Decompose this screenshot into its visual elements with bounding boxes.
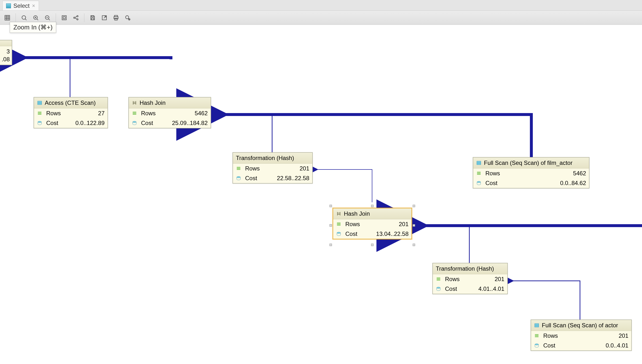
svg-rect-15 [63, 16, 66, 19]
table-icon [534, 323, 540, 328]
node-transformation-1[interactable]: Transformation (Hash) Rows 201 Cost 22.5… [232, 152, 313, 184]
node-transformation-2[interactable]: Transformation (Hash) Rows 201 Cost 4.01… [432, 263, 508, 294]
svg-rect-57 [437, 279, 440, 280]
svg-rect-0 [5, 15, 10, 20]
hash-join-icon [336, 211, 342, 216]
toolbar-grid-button[interactable] [2, 13, 12, 22]
svg-rect-42 [237, 168, 240, 169]
svg-rect-39 [133, 114, 136, 115]
cost-value: 13.04..22.58 [361, 230, 408, 237]
node-title: Full Scan (Seq Scan) of actor [542, 322, 618, 329]
toolbar-export-button[interactable] [100, 13, 109, 22]
cost-icon [436, 286, 441, 292]
cost-label: Cost [543, 342, 555, 349]
svg-rect-60 [535, 324, 539, 327]
cost-value: 4.01..4.01 [461, 286, 504, 292]
toolbar-zoom-fit-button[interactable] [19, 13, 29, 22]
rows-icon [436, 276, 441, 282]
rows-label: Rows [445, 276, 460, 282]
node-hash-join-2[interactable]: Hash Join Rows 201 Cost 13.04..22.58 [333, 208, 412, 239]
svg-rect-35 [38, 114, 42, 115]
result-cost: .08 [0, 56, 10, 63]
rows-icon [236, 166, 241, 171]
rows-value: 201 [562, 332, 628, 339]
svg-rect-41 [237, 167, 240, 168]
cost-icon [37, 120, 42, 126]
svg-rect-53 [337, 224, 341, 224]
cost-icon [236, 176, 241, 181]
rows-label: Rows [543, 332, 558, 339]
svg-rect-34 [38, 113, 42, 114]
rows-icon [476, 171, 482, 176]
svg-point-51 [477, 182, 481, 183]
table-icon [37, 100, 42, 106]
svg-rect-52 [337, 223, 341, 224]
node-hash-join-1[interactable]: Hash Join Rows 5462 Cost 25.09..184.82 [128, 97, 211, 128]
rows-icon [132, 111, 137, 116]
cost-value: 0.0..122.89 [62, 120, 104, 126]
svg-line-20 [75, 18, 77, 19]
cost-label: Cost [46, 120, 58, 126]
node-result-partial[interactable]: 3 .08 [0, 40, 12, 65]
node-fullscan-actor[interactable]: Full Scan (Seq Scan) of actor Rows 201 C… [530, 320, 632, 351]
svg-rect-38 [133, 113, 136, 114]
cost-label: Cost [445, 286, 457, 292]
node-access-cte[interactable]: Access (CTE Scan) Rows 27 Cost 0.0..122.… [34, 97, 108, 128]
toolbar-inspect-button[interactable] [123, 13, 132, 22]
svg-rect-50 [477, 174, 481, 175]
cost-icon [132, 120, 137, 126]
svg-rect-64 [535, 335, 539, 336]
node-title: Hash Join [344, 210, 370, 217]
toolbar [0, 11, 642, 25]
toolbar-separator [16, 13, 16, 22]
node-fullscan-film-actor[interactable]: Full Scan (Seq Scan) of film_actor Rows … [473, 157, 590, 188]
rows-value: 201 [264, 165, 309, 172]
cost-label: Cost [141, 120, 153, 126]
toolbar-zoom-out-button[interactable] [42, 13, 52, 22]
toolbar-save-button[interactable] [88, 13, 98, 22]
cost-value: 25.09..184.82 [157, 120, 208, 126]
svg-rect-45 [477, 161, 481, 165]
svg-rect-54 [337, 225, 341, 226]
svg-point-66 [535, 344, 539, 345]
rows-value: 201 [364, 221, 408, 228]
result-rows: 3 [0, 48, 10, 56]
toolbar-print-button[interactable] [111, 13, 121, 22]
svg-rect-43 [237, 169, 240, 170]
rows-icon [336, 222, 342, 227]
svg-point-40 [133, 121, 136, 123]
svg-line-13 [48, 19, 50, 20]
node-title: Transformation (Hash) [436, 265, 494, 272]
node-title: Access (CTE Scan) [45, 100, 96, 106]
rows-label: Rows [46, 110, 61, 117]
svg-point-44 [237, 176, 240, 178]
close-icon[interactable]: × [32, 3, 35, 9]
rows-value: 5462 [160, 110, 208, 117]
toolbar-fit-page-button[interactable] [59, 13, 69, 22]
cost-label: Cost [245, 175, 257, 182]
plan-canvas[interactable]: 3 .08 Access (CTE Scan) Rows 27 Cost 0.0… [0, 25, 642, 364]
tab-select[interactable]: Select × [2, 1, 39, 10]
node-title: Full Scan (Seq Scan) of film_actor [484, 160, 572, 166]
svg-rect-48 [477, 172, 481, 173]
toolbar-zoom-in-button[interactable] [31, 13, 40, 22]
svg-rect-56 [437, 278, 440, 278]
rows-value: 201 [464, 276, 504, 282]
cost-icon [336, 231, 342, 236]
svg-point-5 [22, 16, 26, 19]
svg-rect-49 [477, 173, 481, 174]
svg-rect-21 [92, 16, 94, 17]
rows-value: 5462 [504, 170, 586, 177]
cost-value: 22.58..22.58 [261, 175, 309, 182]
node-title: Hash Join [140, 100, 166, 106]
query-plan-icon [6, 4, 11, 8]
tab-bar: Select × [0, 0, 642, 11]
table-icon [476, 160, 482, 166]
rows-label: Rows [486, 170, 500, 177]
cost-icon [534, 343, 540, 348]
toolbar-share-button[interactable] [71, 13, 81, 22]
svg-rect-33 [38, 112, 42, 112]
svg-line-19 [75, 16, 77, 17]
rows-label: Rows [245, 165, 260, 172]
cost-icon [476, 180, 482, 186]
